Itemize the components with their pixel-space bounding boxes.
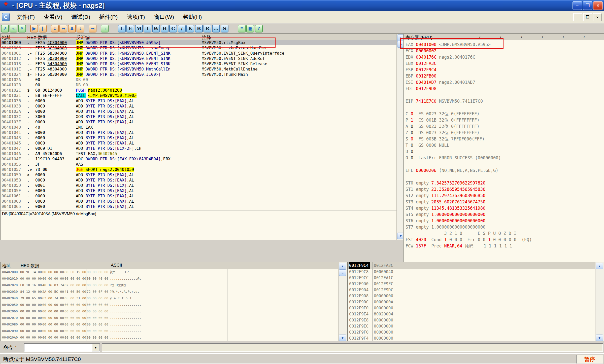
scroll-down-icon[interactable]: ▼ bbox=[596, 335, 603, 341]
minimize-button[interactable]: – bbox=[573, 1, 582, 10]
command-input[interactable] bbox=[24, 344, 93, 351]
register-line[interactable]: ST7 empty 1.0000000000000000000 bbox=[406, 224, 603, 230]
register-line[interactable]: ECX 00000002 bbox=[406, 48, 603, 54]
menu-item[interactable]: 窗口(W) bbox=[149, 12, 178, 22]
register-line[interactable] bbox=[406, 161, 603, 167]
disassembly-scrollbar[interactable]: ▲ ≡ ▼ bbox=[396, 34, 404, 240]
register-line[interactable]: EDI 0012F9D8 bbox=[406, 86, 603, 92]
register-line[interactable]: ST3 empty 2035.6020761245674750 bbox=[406, 199, 603, 205]
stack-row[interactable]: 0012F9CC0012FA1C bbox=[348, 275, 595, 281]
register-line[interactable]: O 0 LastErr ERROR_SUCCESS (00000000) bbox=[406, 155, 603, 161]
stack-row[interactable]: 0012F9E480020004 bbox=[348, 311, 595, 317]
register-line[interactable]: EAX 00401000 <JMP.&MSVBVM50.#595> bbox=[406, 42, 603, 48]
register-line[interactable]: ST6 empty 1.0000000000000000000 bbox=[406, 218, 603, 224]
disasm-row[interactable]: 00401057.v7D 00JGE SHORT nags2.00401059 bbox=[1, 167, 397, 172]
stack-row[interactable]: 0012F9F000000000 bbox=[348, 329, 595, 335]
stack-row[interactable]: 0012F9C800000040 bbox=[348, 269, 595, 275]
register-line[interactable]: FCW 137F Prec NEAR,64 掩码 1 1 1 1 1 1 bbox=[406, 243, 603, 249]
disasm-row[interactable]: 0040103E.0000ADD BYTE PTR DS:[EAX],AL bbox=[1, 119, 397, 125]
register-line[interactable]: S 0 FS 003B 32位 7FFDF000(FFF) bbox=[406, 136, 603, 142]
collapse-mark-icon[interactable]: ‹ bbox=[583, 34, 585, 40]
scroll-thumb[interactable]: ≡ bbox=[339, 269, 346, 276]
run-button[interactable]: ▶ bbox=[30, 25, 38, 32]
view-memory-button[interactable]: M bbox=[135, 25, 143, 32]
dump-header-ascii[interactable]: ASCII bbox=[111, 263, 122, 268]
disasm-row[interactable]: 00401063.0000ADD BYTE PTR DS:[EAX],AL bbox=[1, 199, 397, 204]
column-header-hex[interactable]: HEX 数据 bbox=[27, 34, 47, 41]
register-line[interactable] bbox=[406, 174, 603, 180]
restart-button[interactable]: « bbox=[10, 25, 17, 32]
stack-row[interactable]: 0012F9DC0000000A bbox=[348, 299, 595, 305]
register-line[interactable]: D 0 bbox=[406, 149, 603, 155]
command-combobox[interactable]: ▼ bbox=[24, 343, 100, 352]
register-line[interactable]: 3 2 1 0 E S P U O Z D I bbox=[406, 230, 603, 237]
dump-row[interactable]: 0040201000 00 00 0000 00 00 0000 00 00 0… bbox=[1, 275, 338, 282]
disasm-row[interactable]: 0040100C.-FF25 58304000JMP DWORD PTR DS:… bbox=[1, 51, 397, 56]
collapse-mark-icon[interactable]: ‹ bbox=[479, 34, 481, 40]
options-button[interactable]: ≡ bbox=[238, 25, 246, 32]
open-file-button[interactable]: ↗ bbox=[1, 25, 9, 32]
view-log-button[interactable]: L bbox=[118, 25, 126, 32]
disasm-row[interactable]: 00401040.40INC EAX bbox=[1, 125, 397, 130]
menu-item[interactable]: 插件(P) bbox=[95, 12, 122, 22]
disasm-row[interactable]: 0040102C$68 00124000PUSH nags2.00401200 bbox=[1, 88, 397, 93]
collapse-mark-icon[interactable]: ‹ bbox=[562, 34, 564, 40]
disasm-row[interactable]: 0040102B00DB 00 bbox=[1, 82, 397, 88]
disasm-row[interactable]: 00401059>0000ADD BYTE PTR DS:[EAX],AL bbox=[1, 172, 397, 177]
register-line[interactable]: ST0 empty 7.3425752709622997820 bbox=[406, 180, 603, 186]
stack-row[interactable]: 0012F9D800000000 bbox=[348, 293, 595, 299]
dump-row[interactable]: 0040208000 00 00 0000 00 00 0000 00 00 0… bbox=[1, 321, 338, 328]
dump-header-hex[interactable]: HEX 数据 bbox=[21, 263, 39, 269]
dump-row[interactable]: 0040207000 00 00 0000 00 00 0000 00 00 0… bbox=[1, 315, 338, 321]
disasm-row[interactable]: 0040103A.0000ADD BYTE PTR DS:[EAX],AL bbox=[1, 109, 397, 114]
dump-row[interactable]: 00402000D0 9E 14 0000 00 00 0080 F0 15 0… bbox=[1, 269, 338, 275]
disasm-row[interactable]: 00401018.-FF25 54304000JMP DWORD PTR DS:… bbox=[1, 61, 397, 66]
disasm-row[interactable]: 00401045.0000ADD BYTE PTR DS:[EAX],AL bbox=[1, 140, 397, 146]
view-handles-button[interactable]: H bbox=[161, 25, 169, 32]
register-line[interactable]: ESP 0012F9C4 bbox=[406, 67, 603, 73]
appearance-button[interactable]: ▦ bbox=[246, 25, 254, 32]
disasm-row[interactable]: 0040101E.-FF25 48304000JMP DWORD PTR DS:… bbox=[1, 66, 397, 72]
mdi-close-button[interactable]: × bbox=[593, 13, 602, 21]
execute-till-return-button[interactable]: ⇥ bbox=[89, 25, 96, 32]
stack-row[interactable]: 0012F9E800000000 bbox=[348, 317, 595, 323]
view-source-button[interactable]: S bbox=[221, 25, 228, 32]
dump-row[interactable]: 0040206000 00 00 0000 00 00 0000 00 00 0… bbox=[1, 308, 338, 315]
disasm-row[interactable]: 0040102A00DB 00 bbox=[1, 77, 397, 82]
disasm-row[interactable]: 00401024$-FF25 60304000JMP DWORD PTR DS:… bbox=[1, 72, 397, 77]
animate-into-button[interactable]: ⇊ bbox=[68, 25, 76, 32]
column-header-disasm[interactable]: 反汇编 bbox=[76, 34, 90, 41]
disasm-row[interactable]: 0040104A.A9 452640D6TEST EAX,D6402645 bbox=[1, 151, 397, 156]
register-line[interactable]: P 1 CS 001B 32位 0(FFFFFFFF) bbox=[406, 117, 603, 123]
dump-row[interactable]: 004020A000 00 00 0000 00 00 0000 00 00 0… bbox=[1, 334, 338, 341]
disasm-row[interactable]: 00401065.0000ADD BYTE PTR DS:[EAX],AL bbox=[1, 204, 397, 209]
scroll-up-icon[interactable]: ▲ bbox=[596, 263, 603, 269]
menu-item[interactable]: 查看(V) bbox=[39, 12, 67, 22]
view-call-stack-button[interactable]: K bbox=[186, 25, 194, 32]
menu-item[interactable]: 选项(T) bbox=[122, 12, 149, 22]
register-line[interactable]: EBP 0012FB00 bbox=[406, 73, 603, 79]
menu-item[interactable]: 调试(D) bbox=[67, 12, 95, 22]
disasm-row[interactable]: 00401000.-FF25 4C304000JMP DWORD PTR DS:… bbox=[1, 40, 397, 45]
stack-scrollbar[interactable]: ▲ ▼ bbox=[595, 262, 604, 342]
register-line[interactable]: EDX 0040176C nags2.0040176C bbox=[406, 54, 603, 60]
register-line[interactable]: ST1 empty 23.352865954565945830 bbox=[406, 186, 603, 193]
view-breakpoints-button[interactable]: B bbox=[195, 25, 203, 32]
register-line[interactable]: ST5 empty 1.0000000000000000000 bbox=[406, 211, 603, 218]
view-cpu-button[interactable]: C bbox=[169, 25, 177, 32]
disasm-row[interactable]: 00401041.0000ADD BYTE PTR DS:[EAX],AL bbox=[1, 130, 397, 135]
column-header-address[interactable]: 地址 bbox=[2, 34, 11, 41]
register-line[interactable]: FST 4020 Cond 1 0 0 0 Err 0 0 1 0 0 0 0 … bbox=[406, 237, 603, 243]
scroll-up-icon[interactable]: ▲ bbox=[339, 263, 346, 269]
menu-item[interactable]: 帮助(H) bbox=[179, 12, 207, 22]
mdi-restore-button[interactable]: ❐ bbox=[583, 13, 592, 21]
close-button[interactable]: × bbox=[593, 1, 603, 10]
dump-row[interactable]: 0040205000 00 00 0000 00 00 0000 00 00 0… bbox=[1, 302, 338, 308]
close-program-button[interactable]: × bbox=[18, 25, 26, 32]
disasm-row[interactable]: 00401006.-FF25 5C304000JMP DWORD PTR DS:… bbox=[1, 45, 397, 51]
stack-row[interactable]: 0012F9EC00000000 bbox=[348, 323, 595, 329]
mdi-minimize-button[interactable]: _ bbox=[573, 13, 582, 21]
register-line[interactable]: T 0 GS 0000 NULL bbox=[406, 142, 603, 149]
stack-row[interactable]: 0012F9D40012F9DC bbox=[348, 287, 595, 293]
disasm-row[interactable]: 0040103C.3000XOR BYTE PTR DS:[EAX],AL bbox=[1, 114, 397, 119]
